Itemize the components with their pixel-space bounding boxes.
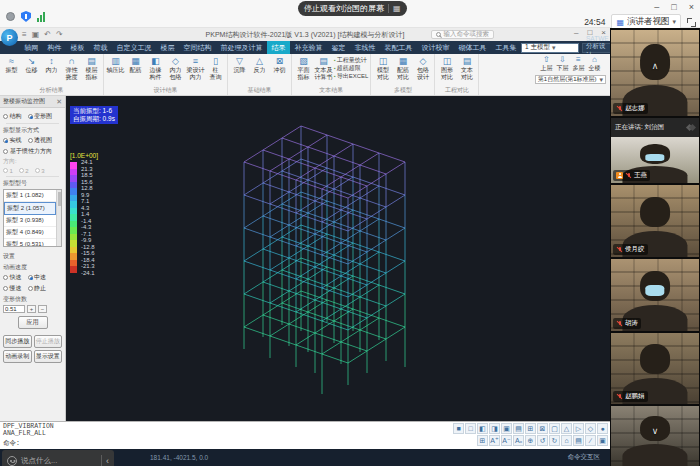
- floor-select[interactable]: 第1自然层(第1标准层) ▾: [535, 75, 606, 84]
- tile-chevron-icon[interactable]: ∨: [652, 426, 659, 436]
- radio-option[interactable]: 静止: [28, 284, 47, 293]
- view-tool-icon[interactable]: Aₓ: [513, 435, 524, 446]
- ribbon-tab[interactable]: 补充验算: [290, 41, 327, 54]
- radio-option[interactable]: 中速: [28, 273, 47, 282]
- panel-button[interactable]: 动画录制: [3, 350, 32, 363]
- ribbon-small-button[interactable]: 工程量统计: [334, 57, 368, 64]
- view-tool-icon[interactable]: ●: [597, 423, 608, 434]
- radio-option[interactable]: 快速: [3, 273, 22, 282]
- ribbon-tab[interactable]: 楼层: [156, 41, 179, 54]
- mode-list-item[interactable]: 振型 2 (1.057): [4, 202, 56, 215]
- ribbon-button[interactable]: ▽沉降: [230, 55, 249, 74]
- ribbon-button[interactable]: ↘位移: [22, 55, 41, 74]
- view-tool-icon[interactable]: ⊞: [525, 423, 536, 434]
- stop-watching-pill[interactable]: 停止观看刘治国的屏幕 ▦: [298, 1, 407, 16]
- view-tool-icon[interactable]: ⊕: [525, 435, 536, 446]
- view-tool-icon[interactable]: ▤: [573, 435, 584, 446]
- ribbon-tab[interactable]: 自定义工况: [112, 41, 156, 54]
- ribbon-tab[interactable]: 工具集: [491, 41, 521, 54]
- floor-nav-button[interactable]: ≡多层: [572, 55, 584, 73]
- radio-option[interactable]: 结构: [3, 112, 22, 121]
- ribbon-tab[interactable]: 荷载: [89, 41, 112, 54]
- view-tool-icon[interactable]: □: [465, 423, 476, 434]
- quick-access-icon[interactable]: ▣: [32, 30, 40, 39]
- ribbon-tab[interactable]: 构件: [43, 41, 66, 54]
- ribbon-button[interactable]: ▤文本及 计算书: [314, 55, 333, 80]
- ribbon-tab[interactable]: 装配工具: [380, 41, 417, 54]
- view-tool-icon[interactable]: ↺: [537, 435, 548, 446]
- radio-option[interactable]: 实线: [3, 136, 22, 145]
- quick-access-icon[interactable]: ↶: [44, 30, 51, 39]
- apply-button[interactable]: 应用: [18, 316, 48, 329]
- participant-tile[interactable]: 侯月皎: [611, 185, 699, 257]
- ribbon-tab[interactable]: 砌体工具: [454, 41, 491, 54]
- view-tool-icon[interactable]: ◧: [477, 423, 488, 434]
- participant-tile[interactable]: ∧ 赵志娜: [611, 30, 699, 116]
- view-tool-icon[interactable]: ▣: [597, 435, 608, 446]
- view-tool-icon[interactable]: ⌂: [561, 435, 572, 446]
- ribbon-button[interactable]: ◇包络 设计: [413, 55, 432, 80]
- app-minimize-button[interactable]: –: [574, 28, 578, 37]
- ribbon-button[interactable]: ◇内力 包络: [166, 55, 185, 80]
- radio-option[interactable]: 变形图: [28, 112, 53, 121]
- ribbon-button[interactable]: ≈振型: [2, 55, 21, 74]
- ribbon-button[interactable]: ⊠冲切: [270, 55, 289, 74]
- participant-tile[interactable]: 王燕: [611, 137, 699, 183]
- ribbon-button[interactable]: ▦配筋 对比: [393, 55, 412, 80]
- view-tool-icon[interactable]: ■: [453, 423, 464, 434]
- command-search-input[interactable]: 输入命令或搜索: [431, 30, 495, 39]
- ribbon-button[interactable]: ◫图形 对比: [437, 55, 456, 80]
- ribbon-tab[interactable]: 非线性: [350, 41, 380, 54]
- ribbon-small-button[interactable]: 超筋超限: [334, 65, 368, 72]
- participant-tile[interactable]: ∨: [611, 406, 699, 466]
- collapse-chat-icon[interactable]: ‹: [106, 456, 109, 466]
- maximize-button[interactable]: □: [671, 2, 676, 12]
- fullscreen-button[interactable]: [687, 18, 696, 27]
- close-button[interactable]: ×: [689, 2, 694, 12]
- view-tool-icon[interactable]: ▤: [513, 423, 524, 434]
- ribbon-button[interactable]: ▤楼层 指标: [82, 55, 101, 80]
- radio-option[interactable]: 透视图: [28, 136, 53, 145]
- panel-button[interactable]: 显示设置: [34, 350, 63, 363]
- scale-input[interactable]: [3, 305, 25, 313]
- view-tool-icon[interactable]: ◨: [489, 423, 500, 434]
- view-tool-icon[interactable]: ▷: [573, 423, 584, 434]
- view-tool-icon[interactable]: ◇: [585, 423, 596, 434]
- ribbon-button[interactable]: ▤文本 对比: [457, 55, 476, 80]
- view-tool-icon[interactable]: △: [561, 423, 572, 434]
- ribbon-button[interactable]: ↕内力: [42, 55, 61, 74]
- quick-access-icon[interactable]: ≡: [22, 30, 27, 39]
- spinner-up-button[interactable]: +: [27, 305, 36, 313]
- ribbon-tab[interactable]: 前处理及计算: [216, 41, 267, 54]
- ribbon-button[interactable]: ▦配筋: [126, 55, 145, 74]
- quick-access-icon[interactable]: ↷: [56, 30, 63, 39]
- panel-close-icon[interactable]: ✕: [56, 98, 62, 106]
- spinner-down-button[interactable]: −: [38, 305, 47, 313]
- mode-list[interactable]: 振型 1 (1.082)振型 2 (1.057)振型 3 (0.938)振型 4…: [3, 189, 62, 247]
- view-tool-icon[interactable]: A⁺: [489, 435, 500, 446]
- minimize-button[interactable]: –: [654, 2, 659, 12]
- command-area[interactable]: DPF_VIBRATIONANA_FLR_ALL 命令: ■□◧◨▣▤⊞⊠▢△▷…: [0, 421, 610, 449]
- view-tool-icon[interactable]: A⁻: [501, 435, 512, 446]
- mode-list-item[interactable]: 振型 1 (1.082): [4, 190, 56, 202]
- floor-nav-button[interactable]: ⇧上层: [540, 55, 552, 73]
- pill-grid-icon[interactable]: ▦: [393, 4, 401, 13]
- view-tool-icon[interactable]: ⊞: [477, 435, 488, 446]
- panel-button[interactable]: 停止播放: [34, 335, 63, 348]
- floor-nav-button[interactable]: ⇩下层: [556, 55, 568, 73]
- view-tool-icon[interactable]: ⊠: [537, 423, 548, 434]
- participant-tile[interactable]: 胡涛: [611, 259, 699, 331]
- ribbon-tab[interactable]: 楼板: [66, 41, 89, 54]
- participant-tile[interactable]: 赵鹏娟: [611, 333, 699, 404]
- tile-chevron-icon[interactable]: ∧: [652, 61, 659, 71]
- ribbon-button[interactable]: △反力: [250, 55, 269, 74]
- ribbon-button[interactable]: ▧平面 指标: [294, 55, 313, 80]
- viewport-3d[interactable]: 当前振型: 1-6 自振周期: 0.9s [1.0E+00] 24.121.31…: [66, 96, 610, 421]
- mode-list-item[interactable]: 振型 5 (0.531): [4, 239, 56, 247]
- emoji-icon[interactable]: [7, 456, 17, 466]
- ribbon-tab[interactable]: 鉴定: [327, 41, 350, 54]
- ribbon-tab[interactable]: 轴网: [20, 41, 43, 54]
- mode-list-item[interactable]: 振型 4 (0.849): [4, 227, 56, 239]
- mode-list-scrollbar[interactable]: [56, 190, 61, 246]
- model-combo[interactable]: 1 主模型 ▾: [521, 43, 579, 53]
